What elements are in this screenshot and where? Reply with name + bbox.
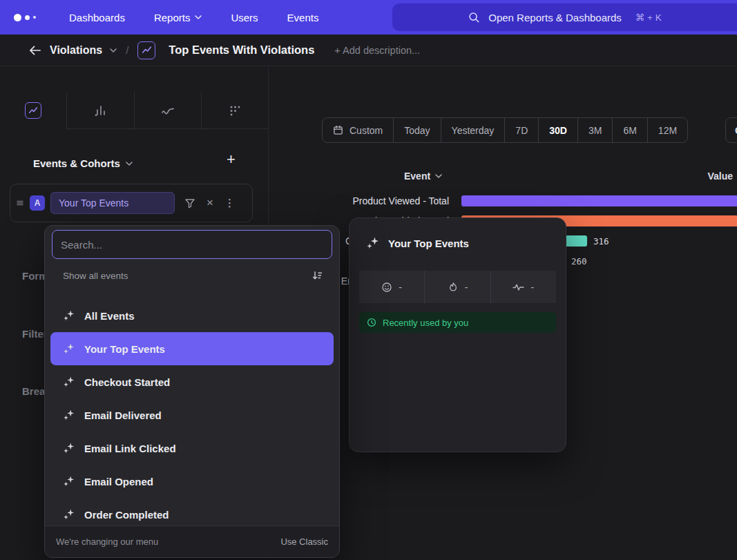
recently-used-badge: Recently used by you bbox=[359, 312, 556, 333]
popover-title: Your Top Events bbox=[388, 238, 469, 249]
bar-value: 260 bbox=[571, 256, 587, 267]
filter-icon[interactable] bbox=[184, 197, 195, 209]
breadcrumb-separator: / bbox=[126, 44, 128, 56]
dropdown-item[interactable]: All Events bbox=[45, 299, 339, 332]
metric-activity-button[interactable]: - bbox=[490, 271, 556, 303]
range-yesterday-button[interactable]: Yesterday bbox=[441, 118, 505, 142]
compare-button-clipped[interactable]: C bbox=[725, 117, 737, 143]
column-header-event[interactable]: Event bbox=[404, 171, 442, 182]
show-all-events-label: Show all events bbox=[63, 271, 128, 281]
flows-dots-icon bbox=[228, 104, 242, 117]
sparkle-icon bbox=[63, 442, 75, 454]
mixpanel-logo-icon[interactable] bbox=[14, 14, 44, 21]
nav-reports[interactable]: Reports bbox=[154, 12, 202, 23]
line-chart-icon bbox=[25, 102, 41, 119]
chart-type-tab-line[interactable] bbox=[0, 92, 66, 129]
range-3m-button[interactable]: 3M bbox=[577, 118, 612, 142]
bar-chart-icon bbox=[93, 104, 107, 117]
range-custom-button[interactable]: Custom bbox=[323, 118, 393, 142]
sparkle-icon bbox=[63, 508, 75, 521]
dropdown-item[interactable]: Your Top Events bbox=[50, 332, 334, 365]
sparkle-icon bbox=[63, 342, 75, 355]
dropdown-item[interactable]: Email Opened bbox=[45, 465, 339, 498]
nav-dashboards[interactable]: Dashboards bbox=[69, 12, 125, 23]
chevron-down-icon bbox=[126, 162, 133, 166]
chart-row: Product Viewed - Total bbox=[276, 191, 737, 211]
sparkle-icon bbox=[63, 475, 75, 487]
range-7d-button[interactable]: 7D bbox=[504, 118, 538, 142]
dropdown-item[interactable]: Email Delivered bbox=[45, 398, 339, 432]
report-header: Violations / Top Events With Violations … bbox=[0, 35, 737, 66]
sparkle-icon bbox=[366, 236, 380, 250]
more-options-icon[interactable]: ⋮ bbox=[224, 197, 235, 209]
sparkle-icon bbox=[63, 409, 75, 421]
nav-users[interactable]: Users bbox=[231, 12, 258, 23]
event-info-popover: Your Top Events - - - Recently used by y… bbox=[349, 218, 566, 452]
range-today-button[interactable]: Today bbox=[393, 118, 440, 142]
range-12m-button[interactable]: 12M bbox=[647, 118, 687, 142]
nav-events[interactable]: Events bbox=[287, 12, 319, 23]
flame-icon bbox=[448, 282, 459, 293]
chart-type-tabs bbox=[0, 92, 268, 129]
bar[interactable] bbox=[461, 195, 737, 206]
chevron-down-icon bbox=[195, 15, 202, 19]
back-button[interactable] bbox=[29, 46, 41, 55]
range-6m-button[interactable]: 6M bbox=[612, 118, 647, 142]
add-event-button[interactable]: + bbox=[227, 151, 236, 168]
event-selector[interactable]: Your Top Events bbox=[50, 192, 175, 214]
smiley-icon bbox=[381, 282, 392, 293]
search-input[interactable] bbox=[52, 230, 332, 259]
dropdown-item[interactable]: Email Link Clicked bbox=[45, 432, 339, 465]
chevron-down-icon bbox=[435, 174, 442, 178]
calendar-icon bbox=[333, 125, 343, 135]
remove-event-icon[interactable]: × bbox=[207, 198, 213, 208]
page-title: Top Events With Violations bbox=[169, 44, 314, 57]
breadcrumb[interactable]: Violations bbox=[50, 44, 102, 57]
top-nav: Dashboards Reports Users Events Open Rep… bbox=[0, 0, 737, 35]
app-window: Dashboards Reports Users Events Open Rep… bbox=[0, 0, 737, 560]
bar-label: Product Viewed - Total bbox=[276, 195, 449, 206]
bar-value: 316 bbox=[593, 236, 609, 247]
breadcrumb-menu-button[interactable] bbox=[110, 48, 117, 52]
sort-icon[interactable] bbox=[312, 270, 323, 281]
add-description-button[interactable]: + Add description... bbox=[334, 45, 420, 56]
popover-metrics: - - - bbox=[359, 271, 556, 303]
activity-icon bbox=[513, 283, 524, 291]
chart-type-tab-bar[interactable] bbox=[66, 92, 133, 129]
retention-curve-icon bbox=[161, 104, 175, 117]
sparkle-icon bbox=[63, 376, 75, 388]
arrow-left-icon bbox=[29, 46, 41, 55]
global-search-button[interactable]: Open Reports & Dashboards ⌘ + K bbox=[392, 3, 737, 31]
date-range-toolbar: Custom Today Yesterday 7D 30D 3M 6M 12M bbox=[322, 117, 688, 143]
drag-handle[interactable] bbox=[16, 200, 24, 206]
chevron-down-icon bbox=[110, 48, 117, 52]
events-cohorts-header[interactable]: Events & Cohorts bbox=[33, 157, 133, 169]
chart-type-tab-flows[interactable] bbox=[201, 92, 268, 129]
metric-users-button[interactable]: - bbox=[359, 271, 424, 303]
column-header-value: Value bbox=[707, 171, 733, 182]
report-type-icon bbox=[137, 41, 155, 59]
metric-frequency-button[interactable]: - bbox=[424, 271, 490, 303]
event-dropdown: Show all events All Events Your Top Even… bbox=[44, 225, 340, 558]
use-classic-link[interactable]: Use Classic bbox=[280, 537, 328, 547]
search-shortcut: ⌘ + K bbox=[635, 12, 662, 23]
menu-change-message: We're changing our menu bbox=[56, 537, 158, 547]
clock-icon bbox=[367, 318, 376, 327]
event-list: All Events Your Top Events Checkout Star… bbox=[45, 299, 339, 531]
search-icon bbox=[468, 11, 480, 23]
range-30d-button[interactable]: 30D bbox=[538, 118, 577, 142]
dropdown-item[interactable]: Checkout Started bbox=[45, 365, 339, 398]
event-row-card: A Your Top Events × ⋮ bbox=[10, 184, 253, 222]
search-placeholder: Open Reports & Dashboards bbox=[488, 12, 622, 23]
event-position-badge: A bbox=[30, 195, 45, 211]
dropdown-footer: We're changing our menu Use Classic bbox=[45, 525, 339, 557]
chart-type-tab-retention[interactable] bbox=[134, 92, 201, 129]
sparkle-icon bbox=[63, 309, 75, 322]
